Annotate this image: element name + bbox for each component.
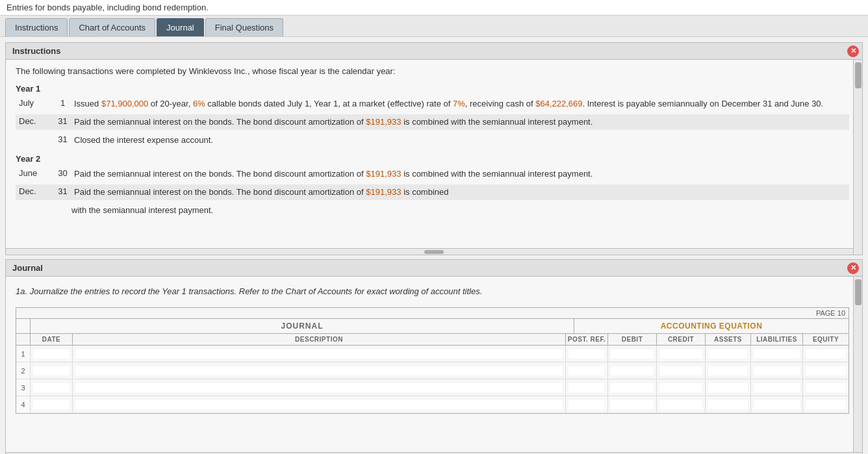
row3-postref[interactable] bbox=[566, 379, 608, 396]
row2-assets[interactable] bbox=[706, 362, 751, 379]
row4-desc-input[interactable] bbox=[75, 400, 563, 409]
row4-equity-input[interactable] bbox=[806, 400, 846, 409]
row1-credit-input[interactable] bbox=[659, 349, 702, 359]
row1-desc-input[interactable] bbox=[75, 349, 563, 359]
accounting-equation-label: ACCOUNTING EQUATION bbox=[574, 319, 849, 333]
row3-debit[interactable] bbox=[608, 379, 657, 396]
row4-assets-input[interactable] bbox=[708, 400, 748, 409]
row2-date-input[interactable] bbox=[33, 366, 70, 375]
row4-liab-input[interactable] bbox=[754, 400, 800, 409]
desc-dec-31c: Paid the semiannual interest on the bond… bbox=[74, 186, 846, 198]
col-header-credit: CREDIT bbox=[657, 334, 706, 345]
row2-desc[interactable] bbox=[73, 362, 566, 379]
row3-liab-input[interactable] bbox=[754, 383, 800, 392]
row4-postref-input[interactable] bbox=[568, 400, 605, 409]
row1-date-input[interactable] bbox=[33, 349, 70, 359]
row4-credit-input[interactable] bbox=[659, 400, 702, 409]
desc-july-1: Issued $71,900,000 of 20-year, 6% callab… bbox=[74, 98, 846, 110]
row2-postref-input[interactable] bbox=[568, 366, 605, 375]
col-header-debit: DEBIT bbox=[608, 334, 657, 345]
row-num-1: 1 bbox=[16, 346, 31, 362]
row2-credit[interactable] bbox=[657, 362, 706, 379]
row1-liab[interactable] bbox=[751, 346, 803, 362]
row4-liab[interactable] bbox=[751, 396, 803, 413]
row4-credit[interactable] bbox=[657, 396, 706, 413]
row1-equity-input[interactable] bbox=[806, 349, 846, 359]
journal-section-label: JOURNAL bbox=[31, 319, 574, 333]
journal-close-button[interactable]: ✕ bbox=[847, 262, 859, 274]
row3-equity[interactable] bbox=[803, 379, 849, 396]
transaction-july-1: July 1 Issued $71,900,000 of 20-year, 6%… bbox=[16, 96, 849, 112]
month-july: July bbox=[19, 98, 51, 108]
row3-desc-input[interactable] bbox=[75, 383, 563, 392]
tab-journal[interactable]: Journal bbox=[157, 18, 204, 36]
row1-debit-input[interactable] bbox=[611, 349, 654, 359]
row2-debit-input[interactable] bbox=[611, 366, 654, 375]
row4-postref[interactable] bbox=[566, 396, 608, 413]
tab-chart-of-accounts[interactable]: Chart of Accounts bbox=[69, 18, 155, 36]
row1-credit[interactable] bbox=[657, 346, 706, 362]
row4-date-input[interactable] bbox=[33, 400, 70, 409]
row2-assets-input[interactable] bbox=[708, 366, 748, 375]
row3-postref-input[interactable] bbox=[568, 383, 605, 392]
row1-postref-input[interactable] bbox=[568, 349, 605, 359]
row3-date-input[interactable] bbox=[33, 383, 70, 392]
row4-assets[interactable] bbox=[706, 396, 751, 413]
row3-debit-input[interactable] bbox=[611, 383, 654, 392]
row1-postref[interactable] bbox=[566, 346, 608, 362]
row2-postref[interactable] bbox=[566, 362, 608, 379]
row1-date[interactable] bbox=[31, 346, 73, 362]
table-row: 1 bbox=[16, 346, 849, 362]
row4-date[interactable] bbox=[31, 396, 73, 413]
instructions-panel: Instructions ✕ The following transaction… bbox=[5, 42, 863, 255]
tab-instructions[interactable]: Instructions bbox=[5, 18, 68, 36]
row2-desc-input[interactable] bbox=[75, 366, 563, 375]
row1-desc[interactable] bbox=[73, 346, 566, 362]
row-num-3: 3 bbox=[16, 379, 31, 396]
row1-assets-input[interactable] bbox=[708, 349, 748, 359]
row1-equity[interactable] bbox=[803, 346, 849, 362]
row2-date[interactable] bbox=[31, 362, 73, 379]
row2-credit-input[interactable] bbox=[659, 366, 702, 375]
transaction-dec-31b: 31 Closed the interest expense account. bbox=[16, 132, 849, 148]
page-number-row: PAGE 10 bbox=[16, 308, 849, 319]
journal-scrollbar[interactable] bbox=[853, 277, 862, 452]
instructions-close-button[interactable]: ✕ bbox=[847, 45, 859, 57]
row4-desc[interactable] bbox=[73, 396, 566, 413]
row1-liab-input[interactable] bbox=[754, 349, 800, 359]
row2-equity[interactable] bbox=[803, 362, 849, 379]
row4-equity[interactable] bbox=[803, 396, 849, 413]
row3-desc[interactable] bbox=[73, 379, 566, 396]
row3-credit[interactable] bbox=[657, 379, 706, 396]
day-31a: 31 bbox=[51, 116, 74, 126]
row3-assets-input[interactable] bbox=[708, 383, 748, 392]
row2-debit[interactable] bbox=[608, 362, 657, 379]
col-header-assets: ASSETS bbox=[706, 334, 751, 345]
row2-equity-input[interactable] bbox=[806, 366, 846, 375]
row4-debit-input[interactable] bbox=[611, 400, 654, 409]
row2-liab[interactable] bbox=[751, 362, 803, 379]
row-num-spacer bbox=[16, 319, 31, 333]
row3-liab[interactable] bbox=[751, 379, 803, 396]
row2-liab-input[interactable] bbox=[754, 366, 800, 375]
instructions-scrollbar[interactable] bbox=[853, 60, 862, 255]
table-row: 3 bbox=[16, 379, 849, 396]
row1-debit[interactable] bbox=[608, 346, 657, 362]
transaction-dec-31c: Dec. 31 Paid the semiannual interest on … bbox=[16, 184, 849, 200]
tab-final-questions[interactable]: Final Questions bbox=[205, 18, 283, 36]
journal-panel: Journal ✕ 1a. Journalize the entries to … bbox=[5, 259, 863, 454]
row1-assets[interactable] bbox=[706, 346, 751, 362]
row3-equity-input[interactable] bbox=[806, 383, 846, 392]
row-num-4: 4 bbox=[16, 396, 31, 413]
desc-dec-31b: Closed the interest expense account. bbox=[74, 134, 846, 146]
table-row: 2 bbox=[16, 362, 849, 379]
row4-debit[interactable] bbox=[608, 396, 657, 413]
highlight-cash: $64,222,669 bbox=[535, 99, 582, 108]
col-header-liabilities: LIABILITIES bbox=[751, 334, 803, 345]
day-31c: 31 bbox=[51, 186, 74, 196]
row3-date[interactable] bbox=[31, 379, 73, 396]
row3-assets[interactable] bbox=[706, 379, 751, 396]
journal-table: PAGE 10 JOURNAL ACCOUNTING EQUATION DATE… bbox=[16, 307, 849, 414]
instructions-hscroll[interactable] bbox=[6, 248, 862, 255]
row3-credit-input[interactable] bbox=[659, 383, 702, 392]
